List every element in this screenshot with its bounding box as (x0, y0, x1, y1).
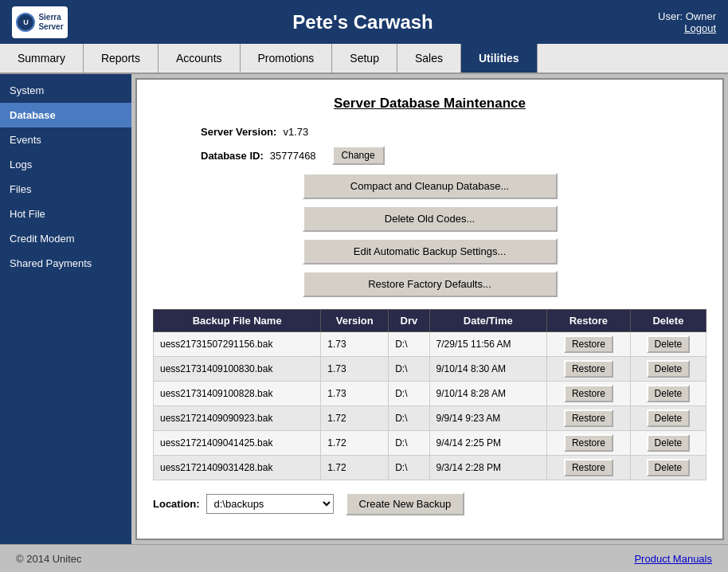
cell-delete: Delete (630, 357, 706, 382)
cell-drv: D:\ (389, 456, 429, 480)
sidebar-item-creditmodem[interactable]: Credit Modem (0, 226, 131, 251)
delete-button[interactable]: Delete (647, 409, 691, 427)
cell-restore: Restore (546, 332, 630, 357)
table-row: uess21721409041425.bak1.72D:\9/4/14 2:25… (154, 431, 706, 456)
sidebar-item-hotfile[interactable]: Hot File (0, 202, 131, 226)
logo: U Sierra Server (12, 6, 68, 38)
cell-restore: Restore (546, 456, 630, 480)
cell-datetime: 9/10/14 8:30 AM (429, 357, 546, 382)
col-header-filename: Backup File Name (154, 310, 321, 332)
cell-delete: Delete (630, 382, 706, 406)
cell-filename: uess21721409090923.bak (154, 406, 321, 431)
table-header-row: Backup File Name Version Drv Date/Time R… (154, 310, 706, 332)
delete-button[interactable]: Delete (647, 459, 691, 476)
compact-cleanup-button[interactable]: Compact and Cleanup Database... (303, 173, 558, 199)
cell-datetime: 7/29/15 11:56 AM (429, 332, 546, 357)
change-button[interactable]: Change (332, 146, 385, 165)
server-version-label: Server Version: (201, 126, 276, 138)
location-select[interactable]: d:\backups (206, 494, 334, 514)
page-title: Server Database Maintenance (153, 96, 706, 112)
cell-datetime: 9/4/14 2:25 PM (429, 431, 546, 456)
backup-table-body: uess21731507291156.bak1.73D:\7/29/15 11:… (154, 332, 706, 480)
cell-version: 1.73 (321, 382, 389, 406)
cell-drv: D:\ (389, 431, 429, 456)
nav-reports[interactable]: Reports (84, 44, 159, 72)
logo-inner: U Sierra Server (16, 13, 63, 32)
cell-version: 1.72 (321, 456, 389, 480)
location-label: Location: (153, 498, 200, 510)
nav-sales[interactable]: Sales (397, 44, 461, 72)
logo-box: U Sierra Server (12, 6, 68, 38)
create-backup-button[interactable]: Create New Backup (346, 492, 465, 515)
restore-button[interactable]: Restore (564, 360, 613, 378)
cell-delete: Delete (630, 406, 706, 431)
cell-restore: Restore (546, 357, 630, 382)
database-id-label: Database ID: (201, 150, 264, 162)
restore-factory-defaults-button[interactable]: Restore Factory Defaults... (303, 271, 558, 297)
backup-table: Backup File Name Version Drv Date/Time R… (153, 309, 706, 480)
table-row: uess21721409031428.bak1.72D:\9/3/14 2:28… (154, 456, 706, 480)
cell-version: 1.73 (321, 357, 389, 382)
cell-drv: D:\ (389, 406, 429, 431)
cell-version: 1.73 (321, 332, 389, 357)
table-row: uess21731409100830.bak1.73D:\9/10/14 8:3… (154, 357, 706, 382)
col-header-version: Version (321, 310, 389, 332)
product-manuals-link[interactable]: Product Manuals (634, 553, 712, 565)
server-version-row: Server Version: v1.73 (153, 126, 706, 138)
cell-delete: Delete (630, 456, 706, 480)
delete-button[interactable]: Delete (647, 360, 691, 378)
cell-datetime: 9/9/14 9:23 AM (429, 406, 546, 431)
sidebar: System Database Events Logs Files Hot Fi… (0, 74, 131, 544)
sidebar-item-system[interactable]: System (0, 78, 131, 103)
cell-filename: uess21721409031428.bak (154, 456, 321, 480)
cell-drv: D:\ (389, 332, 429, 357)
cell-restore: Restore (546, 406, 630, 431)
logout-link[interactable]: Logout (658, 22, 716, 34)
bottom-bar: Location: d:\backups Create New Backup (153, 492, 706, 515)
table-row: uess21721409090923.bak1.72D:\9/9/14 9:23… (154, 406, 706, 431)
sidebar-item-files[interactable]: Files (0, 177, 131, 202)
nav-summary[interactable]: Summary (0, 44, 84, 72)
delete-button[interactable]: Delete (647, 434, 691, 452)
col-header-delete: Delete (630, 310, 706, 332)
sidebar-item-sharedpayments[interactable]: Shared Payments (0, 251, 131, 276)
sidebar-item-database[interactable]: Database (0, 103, 131, 127)
main-layout: System Database Events Logs Files Hot Fi… (0, 74, 728, 544)
delete-button[interactable]: Delete (647, 335, 691, 353)
logo-icon: U (16, 13, 35, 32)
cell-filename: uess21731409100830.bak (154, 357, 321, 382)
app-title: Pete's Carwash (68, 11, 658, 33)
footer: © 2014 Unitec Product Manuals (0, 544, 728, 572)
cell-restore: Restore (546, 431, 630, 456)
restore-button[interactable]: Restore (564, 385, 613, 402)
content-area: Server Database Maintenance Server Versi… (135, 78, 724, 540)
nav-utilities[interactable]: Utilities (461, 44, 538, 72)
cell-drv: D:\ (389, 357, 429, 382)
cell-delete: Delete (630, 431, 706, 456)
cell-datetime: 9/3/14 2:28 PM (429, 456, 546, 480)
sidebar-item-events[interactable]: Events (0, 127, 131, 152)
logo-u-text: U (23, 18, 29, 26)
nav-promotions[interactable]: Promotions (241, 44, 333, 72)
restore-button[interactable]: Restore (564, 459, 613, 476)
edit-backup-settings-button[interactable]: Edit Automatic Backup Settings... (303, 238, 558, 264)
copyright-text: © 2014 Unitec (16, 553, 82, 565)
database-id-value: 35777468 (270, 150, 316, 162)
user-label: User: Owner (658, 10, 716, 22)
cell-version: 1.72 (321, 406, 389, 431)
restore-button[interactable]: Restore (564, 434, 613, 452)
server-version-value: v1.73 (283, 126, 308, 138)
sidebar-item-logs[interactable]: Logs (0, 152, 131, 177)
logo-text: Sierra Server (38, 13, 63, 32)
col-header-drv: Drv (389, 310, 429, 332)
restore-button[interactable]: Restore (564, 335, 613, 353)
col-header-restore: Restore (546, 310, 630, 332)
restore-button[interactable]: Restore (564, 409, 613, 427)
delete-old-codes-button[interactable]: Delete Old Codes... (303, 206, 558, 232)
nav-setup[interactable]: Setup (332, 44, 397, 72)
cell-restore: Restore (546, 382, 630, 406)
cell-datetime: 9/10/14 8:28 AM (429, 382, 546, 406)
delete-button[interactable]: Delete (647, 385, 691, 402)
cell-filename: uess21721409041425.bak (154, 431, 321, 456)
nav-accounts[interactable]: Accounts (159, 44, 241, 72)
